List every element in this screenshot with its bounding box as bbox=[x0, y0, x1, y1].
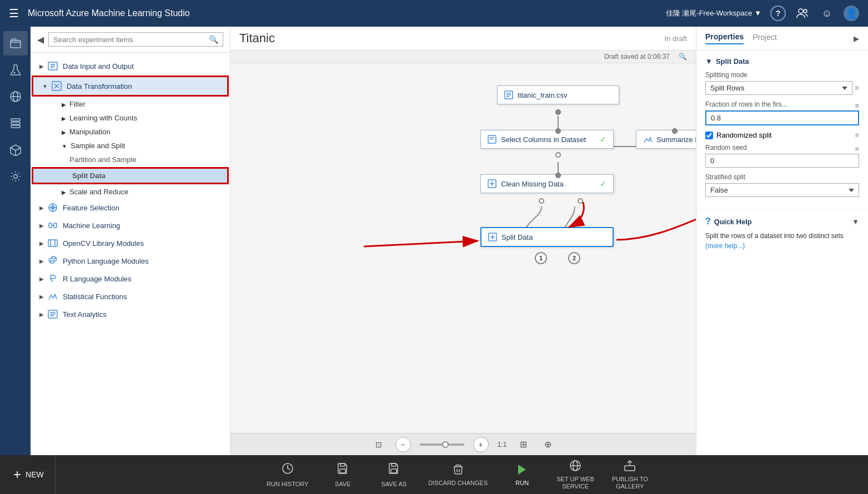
module-label: Split Data bbox=[501, 233, 533, 241]
quick-help-link[interactable]: (more help...) bbox=[705, 242, 745, 250]
run-action[interactable]: RUN bbox=[505, 463, 539, 486]
app-title: Microsoft Azure Machine Learning Studio bbox=[28, 8, 657, 18]
randomized-split-menu-icon[interactable]: ≡ bbox=[855, 131, 859, 139]
save-as-action[interactable]: SAVE AS bbox=[377, 462, 410, 487]
zoom-slider[interactable] bbox=[420, 443, 464, 446]
fit-to-window-btn[interactable]: ⊡ bbox=[371, 437, 387, 452]
sidebar-label: Python Language Modules bbox=[63, 257, 149, 265]
discard-action[interactable]: DISCARD CHANGES bbox=[428, 463, 488, 486]
icon-bar-package[interactable] bbox=[3, 138, 28, 162]
sidebar-item-learning-counts[interactable]: ▶Learning with Counts bbox=[31, 111, 230, 125]
sidebar-item-partition-sample[interactable]: Partition and Sample bbox=[31, 153, 230, 167]
split-data-output-2[interactable]: 2 bbox=[568, 252, 580, 264]
save-action[interactable]: SAVE bbox=[326, 462, 359, 487]
sidebar-item-opencv[interactable]: ▶ OpenCV Library Modules bbox=[31, 234, 230, 252]
sidebar-item-scale-reduce[interactable]: ▶Scale and Reduce bbox=[31, 185, 230, 199]
search-canvas-icon[interactable]: 🔍 bbox=[679, 53, 687, 61]
quick-help-title[interactable]: ? Quick Help ▼ bbox=[705, 216, 859, 226]
search-input[interactable] bbox=[53, 36, 209, 44]
select-cols-output-connector[interactable] bbox=[555, 152, 561, 158]
splitting-mode-menu-icon[interactable]: ≡ bbox=[855, 84, 859, 92]
module-split-data[interactable]: Split Data bbox=[480, 227, 614, 247]
icon-bar-folder[interactable] bbox=[3, 31, 28, 56]
sidebar-item-data-input[interactable]: ▶ Data Input and Output bbox=[31, 57, 230, 75]
canvas-bottombar: ⊡ − + 1:1 ⊞ ⊕ bbox=[230, 433, 696, 455]
sidebar-item-r-lang[interactable]: ▶ R Language Modules bbox=[31, 270, 230, 288]
svg-rect-27 bbox=[340, 463, 345, 466]
properties-expand-icon[interactable]: ▶ bbox=[854, 34, 859, 43]
sidebar-item-sample-split[interactable]: ▼Sample and Split bbox=[31, 139, 230, 153]
sidebar-label: Text Analytics bbox=[63, 310, 107, 319]
module-clean-missing[interactable]: Clean Missing Data ✓ bbox=[480, 174, 614, 193]
sidebar-item-text-analytics[interactable]: ▶ Text Analytics bbox=[31, 305, 230, 323]
quick-help-text: Split the rows of a dataset into two dis… bbox=[705, 231, 859, 251]
icon-bar-layers[interactable] bbox=[3, 111, 28, 135]
sidebar-label: Machine Learning bbox=[63, 221, 120, 230]
module-titanic[interactable]: titanic_train.csv bbox=[497, 85, 619, 104]
tab-properties[interactable]: Properties bbox=[705, 32, 744, 44]
sidebar-item-feature-selection[interactable]: ▶ Feature Selection bbox=[31, 199, 230, 216]
sidebar-item-machine-learning[interactable]: ▶ Machine Learning bbox=[31, 216, 230, 234]
web-service-action[interactable]: SET UP WEBSERVICE bbox=[556, 459, 594, 490]
zoom-handle[interactable] bbox=[442, 441, 449, 448]
random-seed-menu-icon[interactable]: ≡ bbox=[855, 145, 859, 153]
svg-rect-6 bbox=[11, 119, 20, 121]
fraction-menu-icon[interactable]: ≡ bbox=[855, 102, 859, 110]
svg-rect-2 bbox=[11, 41, 21, 48]
run-history-icon bbox=[281, 462, 294, 478]
center-view-btn[interactable]: ⊕ bbox=[540, 437, 555, 452]
zoom-in-btn[interactable]: + bbox=[473, 437, 489, 452]
fraction-input[interactable] bbox=[705, 110, 859, 125]
module-summarize[interactable]: Summarize Data ✓ bbox=[636, 130, 696, 149]
icon-bar-globe[interactable] bbox=[3, 84, 28, 109]
clean-missing-left-output[interactable] bbox=[539, 198, 544, 204]
properties-header: Properties Project ▶ bbox=[696, 27, 868, 51]
new-plus-icon: + bbox=[13, 467, 21, 482]
user-label[interactable]: 佳隆 瀬尾-Free-Workspace ▼ bbox=[666, 8, 761, 18]
stratified-split-select[interactable]: False True bbox=[705, 183, 859, 197]
random-seed-input[interactable] bbox=[705, 154, 859, 168]
sidebar-item-split-data[interactable]: Split Data bbox=[33, 169, 227, 183]
select-cols-input-connector[interactable] bbox=[555, 128, 561, 134]
tab-project[interactable]: Project bbox=[752, 33, 777, 44]
publish-action[interactable]: PUBLISH TOGALLERY bbox=[612, 459, 648, 490]
splitting-mode-select[interactable]: Split Rows Regular Expression Relative E… bbox=[705, 81, 852, 95]
web-service-icon bbox=[569, 459, 582, 473]
clean-missing-input-connector[interactable] bbox=[555, 173, 561, 178]
sidebar-item-data-transform[interactable]: ▼ Data Transformation bbox=[33, 77, 227, 95]
sidebar-item-manipulation[interactable]: ▶Manipulation bbox=[31, 125, 230, 139]
topbar-right: 佳隆 瀬尾-Free-Workspace ▼ ? ☺ 👤 bbox=[666, 6, 859, 21]
help-icon[interactable]: ? bbox=[770, 6, 786, 21]
titanic-output-connector[interactable] bbox=[555, 109, 561, 115]
summarize-input-connector[interactable] bbox=[672, 128, 678, 134]
save-as-icon bbox=[387, 462, 400, 478]
fit-selection-btn[interactable]: ⊞ bbox=[515, 437, 531, 452]
run-history-action[interactable]: RUN HISTORY bbox=[267, 462, 308, 487]
publish-label: PUBLISH TOGALLERY bbox=[612, 476, 648, 490]
sidebar-item-stats[interactable]: ▶ Statistical Functions bbox=[31, 288, 230, 305]
canvas-area: Titanic In draft Draft saved at 0:06:37 … bbox=[230, 27, 696, 455]
sidebar-item-filter[interactable]: ▶Filter bbox=[31, 97, 230, 111]
new-button[interactable]: + NEW bbox=[9, 455, 56, 494]
people-icon[interactable] bbox=[795, 6, 810, 21]
clean-missing-right-output[interactable] bbox=[578, 198, 583, 204]
icon-bar bbox=[0, 27, 31, 455]
quick-help-collapse-icon[interactable]: ▼ bbox=[852, 218, 859, 226]
icon-bar-flask[interactable] bbox=[3, 58, 28, 82]
split-data-section-title: ▼ Split Data bbox=[705, 57, 859, 65]
hamburger-icon[interactable]: ☰ bbox=[9, 7, 19, 20]
canvas-content[interactable]: titanic_train.csv Select Columns in Data… bbox=[230, 63, 696, 433]
split-data-output-1[interactable]: 1 bbox=[535, 252, 547, 264]
smiley-icon[interactable]: ☺ bbox=[819, 6, 835, 21]
icon-bar-gear[interactable] bbox=[3, 164, 28, 189]
avatar-icon[interactable]: 👤 bbox=[844, 6, 859, 21]
svg-point-1 bbox=[804, 9, 807, 13]
randomized-split-checkbox[interactable] bbox=[705, 132, 713, 139]
module-select-cols[interactable]: Select Columns in Dataset ✓ bbox=[480, 130, 614, 149]
run-history-label: RUN HISTORY bbox=[267, 481, 308, 487]
search-icon[interactable]: 🔍 bbox=[209, 35, 218, 44]
zoom-out-btn[interactable]: − bbox=[395, 437, 411, 452]
sidebar-collapse-icon[interactable]: ◀ bbox=[37, 34, 44, 45]
sidebar-item-python[interactable]: ▶ Python Language Modules bbox=[31, 252, 230, 270]
bottom-actions: RUN HISTORY SAVE SAVE AS DISCARD CHANGES bbox=[56, 459, 859, 490]
